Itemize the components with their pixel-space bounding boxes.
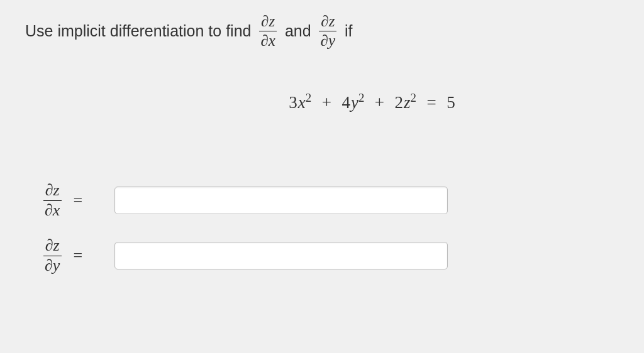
answer-area: ∂z ∂x = ∂z ∂y = — [40, 182, 619, 274]
fraction-dz-dx-label: ∂z ∂x — [43, 182, 62, 219]
fraction-denominator: ∂x — [258, 31, 277, 50]
op: + — [375, 93, 385, 112]
coef: 4 — [341, 93, 351, 112]
answer-row-dzdy: ∂z ∂y = — [40, 237, 619, 274]
equation-display: 3x2 + 4y2 + 2z2 = 5 — [126, 93, 619, 112]
fraction-numerator: ∂z — [43, 237, 62, 256]
op: + — [322, 93, 332, 112]
fraction-denominator: ∂y — [319, 31, 337, 50]
equals-sign: = — [73, 246, 82, 265]
fraction-dz-dy-label: ∂z ∂y — [43, 237, 62, 274]
rhs: 5 — [447, 93, 456, 112]
var: y — [351, 93, 359, 112]
coef: 2 — [395, 93, 404, 112]
problem-lead: Use implicit differentiation to find — [25, 22, 251, 40]
var: z — [404, 93, 411, 112]
dzdx-input[interactable] — [114, 187, 448, 214]
fraction-dz-dx: ∂z ∂x — [258, 13, 277, 49]
dzdy-input[interactable] — [114, 242, 448, 269]
problem-tail: if — [345, 22, 353, 40]
fraction-numerator: ∂z — [319, 13, 336, 31]
problem-conjunction: and — [285, 22, 311, 40]
eq-sign: = — [427, 93, 437, 112]
fraction-numerator: ∂z — [259, 13, 277, 31]
answer-row-dzdx: ∂z ∂x = — [40, 182, 619, 219]
power: 2 — [411, 91, 417, 104]
equals-sign: = — [73, 191, 82, 210]
fraction-dz-dy: ∂z ∂y — [319, 13, 337, 49]
fraction-denominator: ∂x — [43, 201, 62, 220]
power: 2 — [358, 91, 365, 104]
coef: 3 — [289, 93, 298, 112]
answer-label-dzdx: ∂z ∂x = — [40, 182, 103, 219]
fraction-numerator: ∂z — [43, 182, 62, 201]
answer-label-dzdy: ∂z ∂y = — [40, 237, 103, 274]
var: x — [298, 93, 306, 112]
power: 2 — [306, 91, 312, 104]
fraction-denominator: ∂y — [43, 256, 62, 275]
problem-statement: Use implicit differentiation to find ∂z … — [25, 13, 619, 49]
